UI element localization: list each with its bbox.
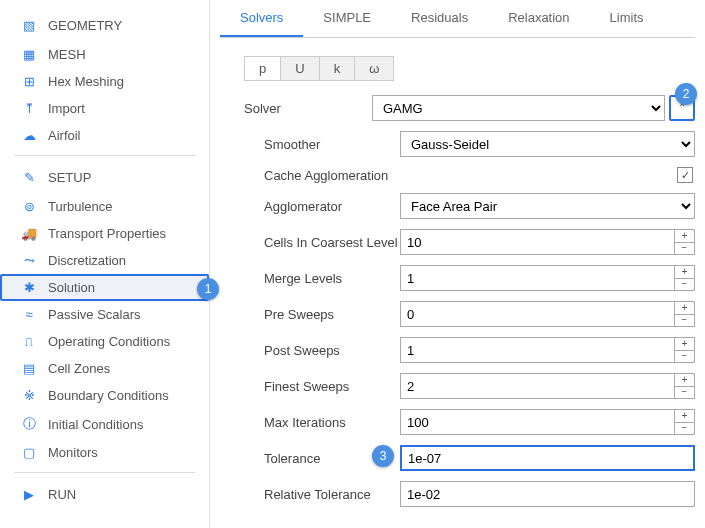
sidebar-item-transport-properties[interactable]: 🚚Transport Properties [0,220,209,247]
item-label: Solution [48,280,95,295]
field-agglomerator[interactable]: Face Area Pair [400,193,695,219]
sidebar-item-mesh[interactable]: ▦MESH [0,41,209,68]
sidebar-item-boundary-conditions[interactable]: ※Boundary Conditions [0,382,209,409]
minus-icon[interactable]: − [675,423,694,435]
item-label: Discretization [48,253,126,268]
item-label: Transport Properties [48,226,166,241]
param-label: Pre Sweeps [220,307,400,322]
plus-icon[interactable]: + [675,410,694,423]
param-label: Cells In Coarsest Level [220,235,400,250]
subtabs: pUkω [244,56,394,81]
spinner-buttons[interactable]: +− [675,373,695,399]
minus-icon[interactable]: − [675,387,694,399]
spinner-buttons[interactable]: +− [675,301,695,327]
group-label: GEOMETRY [48,18,122,33]
field-cells-in-coarsest-level[interactable] [400,229,675,255]
item-label: Monitors [48,445,98,460]
minus-icon[interactable]: − [675,243,694,255]
plus-icon[interactable]: + [675,338,694,351]
group-label: SETUP [48,170,91,185]
param-label: Finest Sweeps [220,379,400,394]
field-post-sweeps[interactable] [400,337,675,363]
item-label: Airfoil [48,128,81,143]
spinner-buttons[interactable]: +− [675,229,695,255]
item-icon: 🚚 [20,226,38,241]
param-label: Post Sweeps [220,343,400,358]
item-icon: ▤ [20,361,38,376]
tab-simple[interactable]: SIMPLE [303,0,391,37]
item-icon: ≈ [20,307,38,322]
spinner-buttons[interactable]: +− [675,265,695,291]
main-panel: SolversSIMPLEResidualsRelaxationLimits p… [210,0,705,528]
sidebar-item-monitors[interactable]: ▢Monitors [0,439,209,466]
item-icon: ⓘ [20,415,38,433]
item-label: MESH [48,47,86,62]
sidebar-group-geometry[interactable]: ▧GEOMETRY [0,10,209,41]
field-pre-sweeps[interactable] [400,301,675,327]
param-label: Relative Tolerance [220,487,400,502]
callout-badge: 1 [197,278,219,300]
sidebar-item-operating-conditions[interactable]: ⎍Operating Conditions [0,328,209,355]
plus-icon[interactable]: + [675,374,694,387]
item-icon: ⎍ [20,334,38,349]
sidebar-item-passive-scalars[interactable]: ≈Passive Scalars [0,301,209,328]
solver-select[interactable]: GAMG [372,95,665,121]
sidebar-item-airfoil[interactable]: ☁Airfoil [0,122,209,149]
minus-icon[interactable]: − [675,351,694,363]
subtab-U[interactable]: U [281,57,319,80]
item-label: Turbulence [48,199,113,214]
sidebar-item-cell-zones[interactable]: ▤Cell Zones [0,355,209,382]
minus-icon[interactable]: − [675,315,694,327]
field-cache-agglomeration[interactable]: ✓ [677,167,693,183]
subtab-ω[interactable]: ω [355,57,393,80]
sidebar-item-hex-meshing[interactable]: ⊞Hex Meshing [0,68,209,95]
plus-icon[interactable]: + [675,302,694,315]
item-label: Passive Scalars [48,307,140,322]
tab-limits[interactable]: Limits [590,0,664,37]
item-icon: ⤒ [20,101,38,116]
tab-residuals[interactable]: Residuals [391,0,488,37]
tab-solvers[interactable]: Solvers [220,0,303,37]
sidebar-group-setup[interactable]: ✎SETUP [0,162,209,193]
sidebar: ▧GEOMETRY▦MESH⊞Hex Meshing⤒Import☁Airfoi… [0,0,210,528]
sidebar-item-initial-conditions[interactable]: ⓘInitial Conditions [0,409,209,439]
sidebar-item-import[interactable]: ⤒Import [0,95,209,122]
field-relative-tolerance[interactable] [400,481,695,507]
item-label: Boundary Conditions [48,388,169,403]
item-icon: ※ [20,388,38,403]
item-label: Initial Conditions [48,417,143,432]
field-max-iterations[interactable] [400,409,675,435]
item-label: Import [48,101,85,116]
minus-icon[interactable]: − [675,279,694,291]
sidebar-item-turbulence[interactable]: ⊚Turbulence [0,193,209,220]
item-label: Cell Zones [48,361,110,376]
item-label: Hex Meshing [48,74,124,89]
item-label: Operating Conditions [48,334,170,349]
sidebar-group-run[interactable]: ▶RUN [0,479,209,510]
sidebar-item-discretization[interactable]: ⤳Discretization [0,247,209,274]
subtab-p[interactable]: p [245,57,281,80]
group-label: RUN [48,487,76,502]
param-label: Max Iterations [220,415,400,430]
item-icon: ▦ [20,47,38,62]
plus-icon[interactable]: + [675,230,694,243]
collapse-button[interactable]: ˄2 [669,95,695,121]
group-icon: ▶ [20,487,38,502]
spinner-buttons[interactable]: +− [675,337,695,363]
sidebar-item-solution[interactable]: ✱Solution1 [0,274,209,301]
field-tolerance[interactable] [400,445,695,471]
param-label: Agglomerator [220,199,400,214]
callout-badge: 3 [372,445,394,467]
param-label: Smoother [220,137,400,152]
tab-relaxation[interactable]: Relaxation [488,0,589,37]
solver-label: Solver [220,101,372,116]
field-finest-sweeps[interactable] [400,373,675,399]
plus-icon[interactable]: + [675,266,694,279]
field-smoother[interactable]: Gauss-Seidel [400,131,695,157]
item-icon: ⤳ [20,253,38,268]
item-icon: ☁ [20,128,38,143]
subtab-k[interactable]: k [320,57,356,80]
group-icon: ▧ [20,18,38,33]
field-merge-levels[interactable] [400,265,675,291]
spinner-buttons[interactable]: +− [675,409,695,435]
